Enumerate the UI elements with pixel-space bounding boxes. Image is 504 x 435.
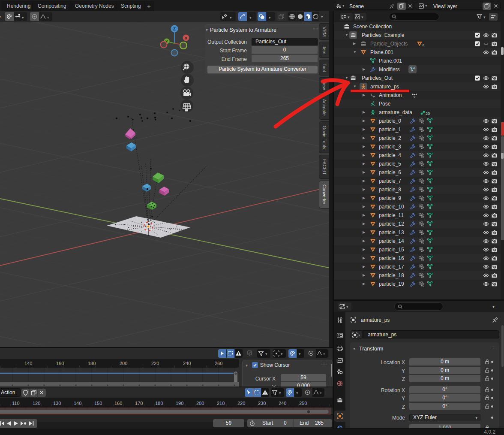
svg-text:X: X [185,36,187,40]
svg-text:Z: Z [173,27,176,31]
